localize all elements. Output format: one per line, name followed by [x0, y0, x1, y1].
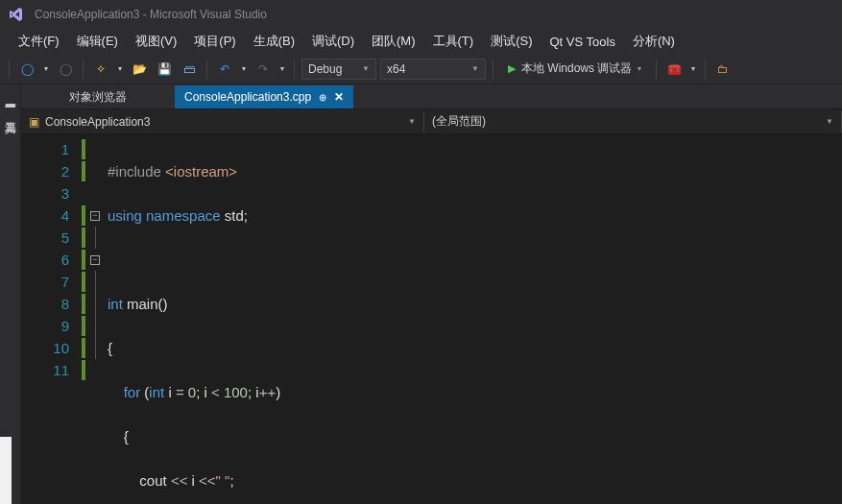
new-item-button[interactable]: ✧: [90, 59, 111, 80]
toolbox-dropdown[interactable]: ▾: [688, 64, 698, 73]
menu-file[interactable]: 文件(F): [10, 30, 68, 53]
chevron-down-icon: ▾: [638, 64, 641, 73]
nav-scope-combo[interactable]: (全局范围) ▼: [424, 111, 842, 132]
title-bar: ConsoleApplication3 - Microsoft Visual S…: [0, 0, 842, 29]
menu-debug[interactable]: 调试(D): [303, 30, 363, 53]
fold-column[interactable]: − −: [88, 134, 102, 504]
redo-button[interactable]: ↷: [253, 59, 274, 80]
vs-logo-icon: [6, 4, 27, 25]
window-title: ConsoleApplication3 - Microsoft Visual S…: [35, 8, 267, 21]
main-area: 服务器资源管理器 工具箱 对象浏览器 ConsoleApplication3.c…: [0, 84, 842, 504]
editor-content: 对象浏览器 ConsoleApplication3.cpp ⊕ ✕ ▣Conso…: [21, 84, 842, 504]
redo-dropdown[interactable]: ▾: [277, 64, 287, 73]
back-dropdown[interactable]: ▾: [41, 64, 51, 73]
code-text[interactable]: #include <iostream> using namespace std;…: [102, 134, 842, 504]
toolbar: ◯ ▾ ◯ ✧ ▾ 📂 💾 🗃 ↶ ▾ ↷ ▾ Debug▼ x64▼ ▶ 本地…: [0, 54, 842, 84]
fold-toggle-icon[interactable]: −: [90, 255, 100, 265]
fold-toggle-icon[interactable]: −: [90, 211, 100, 221]
open-button[interactable]: 📂: [129, 59, 150, 80]
nav-project: ConsoleApplication3: [45, 115, 150, 129]
tab-object-browser[interactable]: 对象浏览器: [60, 85, 136, 108]
menu-build[interactable]: 生成(B): [245, 30, 303, 53]
cpp-proj-icon: ▣: [29, 115, 39, 129]
document-tabs: 对象浏览器 ConsoleApplication3.cpp ⊕ ✕: [21, 84, 842, 109]
separator: [294, 60, 295, 79]
menu-qt[interactable]: Qt VS Tools: [541, 32, 623, 52]
config-combo[interactable]: Debug▼: [301, 59, 376, 80]
platform-combo[interactable]: x64▼: [380, 59, 486, 80]
separator: [206, 60, 207, 79]
platform-value: x64: [387, 62, 405, 76]
menu-view[interactable]: 视图(V): [127, 30, 185, 53]
separator: [705, 60, 706, 79]
save-all-button[interactable]: 🗃: [179, 59, 200, 80]
navigation-bar: ▣ConsoleApplication3 ▼ (全局范围) ▼: [21, 109, 842, 134]
back-button[interactable]: ◯: [16, 59, 37, 80]
close-icon[interactable]: ✕: [334, 90, 344, 104]
undo-dropdown[interactable]: ▾: [239, 64, 249, 73]
chevron-down-icon: ▼: [471, 64, 479, 73]
toolbox-button[interactable]: 🧰: [663, 59, 685, 80]
menu-analyze[interactable]: 分析(N): [624, 30, 684, 53]
line-number-gutter: 123 456 789 1011: [21, 134, 79, 504]
save-button[interactable]: 💾: [154, 59, 175, 80]
separator: [656, 60, 657, 79]
change-indicator: [79, 134, 88, 504]
new-item-dropdown[interactable]: ▾: [115, 64, 125, 73]
sidebar-tab-server-explorer[interactable]: 服务器资源管理器: [0, 88, 20, 100]
separator: [9, 60, 10, 79]
menu-tools[interactable]: 工具(T): [424, 30, 483, 53]
chevron-down-icon: ▼: [408, 117, 416, 126]
start-label: 本地 Windows 调试器: [521, 60, 632, 77]
chevron-down-icon: ▼: [826, 117, 833, 126]
code-editor[interactable]: 123 456 789 1011 − − #include <iostream>…: [21, 134, 842, 504]
separator: [83, 60, 84, 79]
menu-team[interactable]: 团队(M): [363, 30, 424, 53]
pin-icon[interactable]: ⊕: [319, 92, 326, 103]
forward-button[interactable]: ◯: [55, 59, 76, 80]
tab-label: ConsoleApplication3.cpp: [184, 90, 311, 104]
play-icon: ▶: [508, 62, 516, 75]
menu-test[interactable]: 测试(S): [482, 30, 541, 53]
extra-button[interactable]: 🗀: [712, 59, 734, 80]
nav-project-combo[interactable]: ▣ConsoleApplication3 ▼: [21, 111, 424, 132]
menu-bar: 文件(F) 编辑(E) 视图(V) 项目(P) 生成(B) 调试(D) 团队(M…: [0, 29, 842, 54]
tab-active-file[interactable]: ConsoleApplication3.cpp ⊕ ✕: [175, 85, 353, 108]
nav-scope: (全局范围): [432, 113, 486, 130]
menu-edit[interactable]: 编辑(E): [68, 30, 127, 53]
sidebar-tab-toolbox[interactable]: 工具箱: [0, 108, 20, 119]
separator: [493, 60, 493, 79]
start-debug-button[interactable]: ▶ 本地 Windows 调试器 ▾: [500, 59, 649, 80]
chevron-down-icon: ▼: [362, 64, 370, 73]
menu-project[interactable]: 项目(P): [185, 30, 244, 53]
undo-button[interactable]: ↶: [214, 59, 235, 80]
config-value: Debug: [308, 62, 342, 76]
os-window-edge: [0, 437, 12, 504]
tab-label: 对象浏览器: [69, 89, 127, 106]
